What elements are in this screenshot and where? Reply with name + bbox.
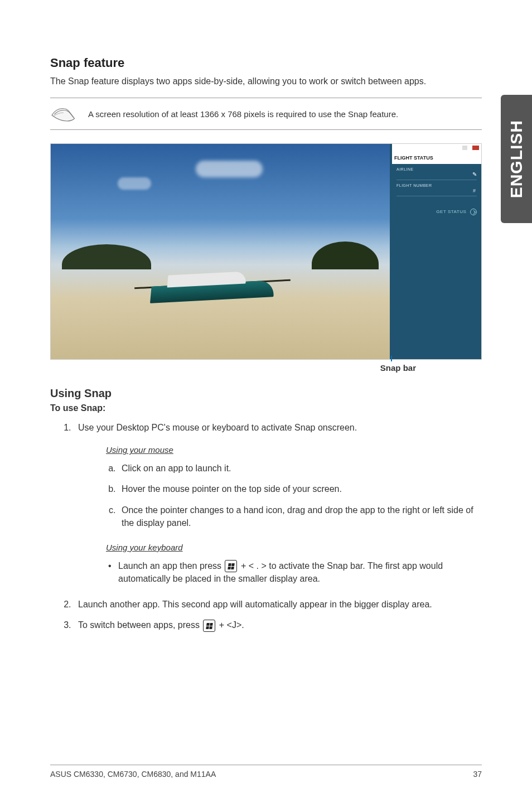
- windows-key-icon: [203, 620, 215, 632]
- note-row: A screen resolution of at least 1366 x 7…: [50, 98, 482, 130]
- photo-app-pane: [51, 144, 390, 359]
- flight-number-field[interactable]: #: [396, 187, 477, 196]
- mouse-step-b: Hover the mouse pointer on the top side …: [118, 482, 482, 495]
- steps-list: Use your Desktop PC's mouse or keyboard …: [50, 421, 482, 631]
- language-side-tab: ENGLISH: [501, 95, 532, 223]
- keyboard-bullet: Launch an app then press + < . > to acti…: [106, 559, 482, 586]
- mouse-steps: Click on an app to launch it. Hover the …: [106, 462, 482, 529]
- get-status-button[interactable]: GET STATUS: [396, 209, 477, 215]
- footer-page-number: 37: [473, 770, 482, 779]
- flight-status-app-pane: FLIGHT STATUS AIRLINE ✎ FLIGHT NUMBER # …: [392, 144, 481, 359]
- page-footer: ASUS CM6330, CM6730, CM6830, and M11AA 3…: [50, 765, 482, 779]
- flight-status-title: FLIGHT STATUS: [392, 152, 481, 164]
- footer-left: ASUS CM6330, CM6730, CM6830, and M11AA: [50, 770, 216, 779]
- snap-bar-caption: Snap bar: [50, 363, 482, 373]
- step-1-text: Use your Desktop PC's mouse or keyboard …: [78, 423, 357, 432]
- note-text: A screen resolution of at least 1366 x 7…: [88, 109, 482, 119]
- mouse-block: Using your mouse Click on an app to laun…: [78, 444, 482, 529]
- airline-field[interactable]: ✎: [396, 171, 477, 180]
- page-content: Snap feature The Snap feature displays t…: [0, 0, 532, 632]
- step-3-post: + <J>.: [216, 620, 244, 630]
- hash-icon: #: [473, 188, 476, 194]
- arrow-circle-icon: [470, 209, 477, 215]
- keyboard-steps: Launch an app then press + < . > to acti…: [106, 559, 482, 586]
- section-title: Snap feature: [50, 56, 482, 70]
- language-label: ENGLISH: [507, 120, 526, 198]
- to-use-snap-label: To use Snap:: [50, 403, 482, 413]
- using-snap-heading: Using Snap: [50, 387, 482, 400]
- snap-screenshot: FLIGHT STATUS AIRLINE ✎ FLIGHT NUMBER # …: [50, 143, 482, 360]
- edit-icon: ✎: [472, 171, 477, 177]
- keyboard-block: Using your keyboard Launch an app then p…: [78, 542, 482, 586]
- mouse-step-c: Once the pointer changes to a hand icon,…: [118, 504, 482, 529]
- window-titlebar: [392, 144, 481, 152]
- step-3-pre: To switch between apps, press: [78, 620, 202, 630]
- step-2: Launch another app. This second app will…: [74, 598, 482, 611]
- step-1: Use your Desktop PC's mouse or keyboard …: [74, 421, 482, 585]
- get-status-label: GET STATUS: [436, 209, 466, 214]
- windows-key-icon: [225, 560, 237, 572]
- keyboard-bullet-pre: Launch an app then press: [118, 561, 224, 571]
- snap-bar-pointer: [391, 356, 392, 361]
- flight-number-label: FLIGHT NUMBER: [396, 183, 477, 187]
- step-3: To switch between apps, press + <J>.: [74, 619, 482, 632]
- using-keyboard-heading: Using your keyboard: [106, 542, 482, 554]
- airline-label: AIRLINE: [396, 167, 477, 171]
- section-intro: The Snap feature displays two apps side-…: [50, 75, 482, 88]
- mouse-step-a: Click on an app to launch it.: [118, 462, 482, 475]
- using-mouse-heading: Using your mouse: [106, 444, 482, 456]
- note-hand-icon: [50, 103, 77, 125]
